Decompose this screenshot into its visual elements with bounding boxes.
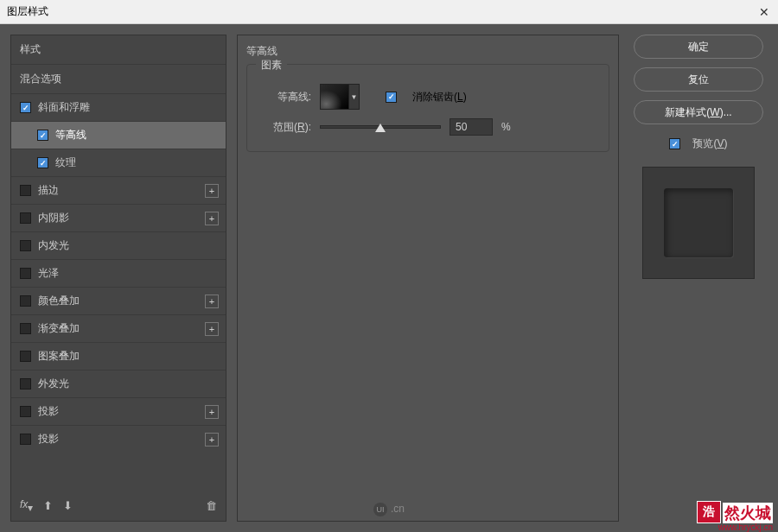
brand-logo: UI.cn	[373, 503, 405, 516]
new-style-button[interactable]: 新建样式(W)...	[634, 100, 763, 124]
ok-button[interactable]: 确定	[634, 35, 763, 59]
contour-dropdown-icon[interactable]: ▼	[349, 84, 360, 110]
contour-picker[interactable]	[320, 84, 349, 110]
style-checkbox[interactable]	[20, 212, 31, 224]
preview-label: 预览(V)	[692, 136, 727, 151]
style-item-0[interactable]: 斜面和浮雕	[11, 93, 226, 121]
antialias-label[interactable]: 消除锯齿(L)	[412, 90, 467, 104]
style-item-3[interactable]: 描边+	[11, 176, 226, 204]
style-checkbox[interactable]	[20, 434, 31, 445]
elements-fieldset: 图素 等高线: ▼ 消除锯齿(L) 范围(R): %	[246, 64, 609, 152]
style-checkbox[interactable]	[20, 323, 31, 334]
range-label[interactable]: 范围(R):	[259, 120, 311, 135]
style-list: 斜面和浮雕等高线纹理描边+内阴影+内发光光泽颜色叠加+渐变叠加+图案叠加外发光投…	[11, 93, 226, 453]
style-item-12[interactable]: 投影+	[11, 425, 226, 453]
style-item-label: 投影	[38, 404, 59, 419]
slider-thumb-icon[interactable]	[375, 124, 386, 132]
style-item-11[interactable]: 投影+	[11, 397, 226, 425]
fieldset-legend: 图素	[256, 58, 287, 73]
preview-sample	[664, 188, 733, 257]
watermark: 浩 然火城	[697, 501, 773, 523]
dialog-title: 图层样式	[7, 4, 48, 19]
trash-icon[interactable]: 🗑	[206, 499, 217, 512]
preview-checkbox[interactable]	[669, 138, 680, 149]
style-checkbox[interactable]	[20, 102, 31, 113]
style-checkbox[interactable]	[20, 378, 31, 390]
add-effect-icon[interactable]: +	[205, 212, 219, 225]
watermark-badge: 浩	[697, 501, 721, 523]
style-item-4[interactable]: 内阴影+	[11, 204, 226, 231]
style-item-label: 描边	[38, 183, 59, 198]
style-checkbox[interactable]	[20, 268, 31, 279]
style-checkbox[interactable]	[20, 295, 31, 307]
range-input[interactable]	[450, 118, 493, 136]
actions-panel: 确定 复位 新建样式(W)... 预览(V)	[629, 35, 768, 522]
style-checkbox[interactable]	[37, 157, 48, 168]
add-effect-icon[interactable]: +	[205, 405, 219, 419]
styles-header[interactable]: 样式	[11, 35, 226, 64]
ui-logo-icon: UI	[373, 503, 387, 516]
preview-thumbnail	[642, 167, 755, 279]
style-checkbox[interactable]	[20, 406, 31, 417]
titlebar: 图层样式 ✕	[0, 0, 778, 24]
style-checkbox[interactable]	[37, 130, 48, 141]
panel-footer: fx▾ ⬆ ⬇ 🗑	[11, 491, 226, 521]
style-item-2[interactable]: 纹理	[11, 149, 226, 176]
add-effect-icon[interactable]: +	[205, 322, 219, 336]
preview-toggle[interactable]: 预览(V)	[669, 136, 727, 151]
style-item-label: 光泽	[38, 266, 59, 281]
style-item-6[interactable]: 光泽	[11, 259, 226, 287]
style-item-5[interactable]: 内发光	[11, 231, 226, 259]
style-checkbox[interactable]	[20, 185, 31, 196]
arrow-up-icon[interactable]: ⬆	[43, 499, 53, 512]
style-item-label: 渐变叠加	[38, 321, 80, 336]
arrow-down-icon[interactable]: ⬇	[63, 499, 73, 512]
styles-panel: 样式 混合选项 斜面和浮雕等高线纹理描边+内阴影+内发光光泽颜色叠加+渐变叠加+…	[10, 35, 226, 522]
style-item-9[interactable]: 图案叠加	[11, 342, 226, 370]
style-item-1[interactable]: 等高线	[11, 121, 226, 149]
style-item-7[interactable]: 颜色叠加+	[11, 287, 226, 314]
contour-row: 等高线: ▼ 消除锯齿(L)	[259, 84, 596, 110]
range-row: 范围(R): %	[259, 118, 596, 136]
style-item-label: 外发光	[38, 377, 69, 391]
style-item-label: 斜面和浮雕	[38, 100, 90, 115]
style-checkbox[interactable]	[20, 351, 31, 362]
style-item-label: 纹理	[55, 155, 76, 170]
style-item-8[interactable]: 渐变叠加+	[11, 314, 226, 342]
add-effect-icon[interactable]: +	[205, 184, 219, 198]
close-icon[interactable]: ✕	[757, 5, 771, 19]
reset-button[interactable]: 复位	[634, 67, 763, 92]
fx-icon[interactable]: fx▾	[20, 497, 33, 514]
settings-title: 等高线	[246, 44, 609, 59]
style-item-label: 内发光	[38, 238, 69, 253]
style-item-label: 图案叠加	[38, 349, 80, 364]
main-container: 样式 混合选项 斜面和浮雕等高线纹理描边+内阴影+内发光光泽颜色叠加+渐变叠加+…	[0, 24, 778, 532]
blend-options-header[interactable]: 混合选项	[11, 64, 226, 93]
antialias-checkbox[interactable]	[386, 92, 397, 103]
style-item-label: 颜色叠加	[38, 294, 80, 308]
watermark-text: 然火城	[723, 503, 773, 523]
style-checkbox[interactable]	[20, 240, 31, 251]
range-unit: %	[501, 121, 511, 133]
style-item-10[interactable]: 外发光	[11, 370, 226, 397]
range-slider[interactable]	[320, 125, 441, 129]
add-effect-icon[interactable]: +	[205, 294, 219, 308]
settings-panel: 等高线 图素 等高线: ▼ 消除锯齿(L) 范围(R): %	[237, 35, 619, 522]
contour-label: 等高线:	[259, 90, 311, 104]
watermark-url: www.hryckj.cn	[718, 522, 773, 532]
add-effect-icon[interactable]: +	[205, 433, 219, 446]
style-item-label: 内阴影	[38, 211, 69, 225]
style-item-label: 投影	[38, 432, 59, 446]
style-item-label: 等高线	[55, 128, 86, 142]
